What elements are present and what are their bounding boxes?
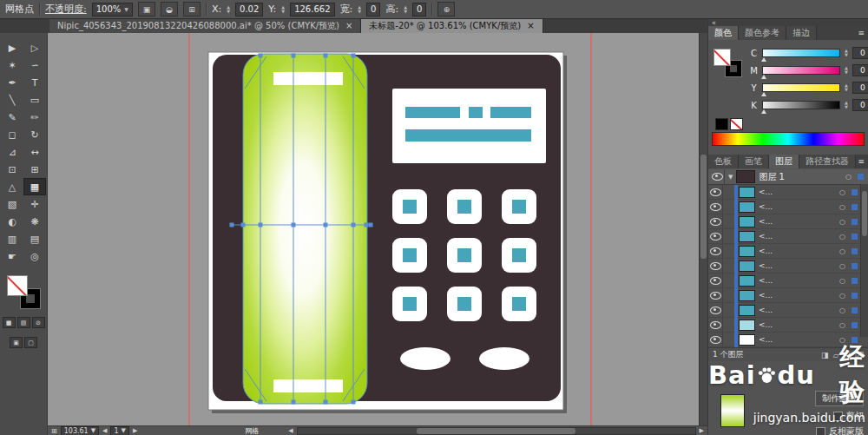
height-stepper[interactable]: ▲▼ bbox=[404, 5, 407, 14]
tab-brushes[interactable]: 画笔 bbox=[739, 155, 769, 168]
layer-row[interactable]: <...○ bbox=[708, 288, 868, 303]
rectangle-tool[interactable]: ▭ bbox=[23, 91, 46, 109]
visibility-toggle[interactable] bbox=[708, 214, 723, 228]
color-spectrum-bar[interactable] bbox=[712, 132, 865, 146]
type-tool[interactable]: T bbox=[23, 74, 46, 91]
magenta-stepper[interactable]: ▲▼ bbox=[845, 66, 848, 75]
symbol-sprayer-tool[interactable]: ❋ bbox=[23, 213, 46, 230]
fill-swatch[interactable] bbox=[713, 49, 731, 66]
oval-button-right[interactable] bbox=[479, 347, 529, 370]
layer-row[interactable]: <...○ bbox=[708, 185, 868, 200]
close-icon[interactable]: × bbox=[345, 22, 352, 30]
black-slider[interactable] bbox=[762, 101, 840, 109]
target-circle-icon[interactable]: ○ bbox=[839, 203, 845, 211]
paintbrush-tool[interactable]: ✎ bbox=[1, 109, 23, 126]
selection-indicator[interactable] bbox=[858, 174, 864, 180]
tab-color[interactable]: 颜色 bbox=[708, 26, 739, 40]
magenta-slider[interactable] bbox=[762, 66, 840, 75]
draw-normal-button[interactable]: ▣ bbox=[10, 337, 23, 348]
y-stepper[interactable]: ▲▼ bbox=[281, 5, 285, 14]
canvas-artwork[interactable] bbox=[48, 33, 700, 425]
layer-group-row[interactable]: ▼ 图层 1 ○ bbox=[708, 169, 868, 185]
fill-swatch[interactable] bbox=[7, 275, 28, 296]
magenta-value-field[interactable]: 0 bbox=[852, 64, 868, 76]
hand-tool[interactable]: ☛ bbox=[1, 247, 23, 265]
screen-text-bar[interactable] bbox=[405, 107, 460, 118]
clip-checkbox[interactable] bbox=[833, 412, 843, 421]
layer-row[interactable]: <...○ bbox=[708, 303, 868, 318]
slider-knob[interactable] bbox=[761, 57, 766, 62]
layer-row[interactable]: <...○ bbox=[708, 200, 868, 214]
selection-indicator[interactable] bbox=[852, 293, 858, 299]
tab-swatches[interactable]: 色板 bbox=[708, 155, 739, 168]
yellow-value-field[interactable]: 0 bbox=[852, 82, 868, 94]
vertical-scrollbar-thumb[interactable] bbox=[700, 155, 707, 259]
slider-knob[interactable] bbox=[761, 75, 766, 79]
screen-text-bar[interactable] bbox=[490, 107, 531, 118]
width-tool[interactable]: ↔ bbox=[23, 143, 46, 161]
handset-speaker-bar[interactable] bbox=[273, 72, 343, 85]
selection-indicator[interactable] bbox=[852, 189, 858, 195]
target-circle-icon[interactable]: ○ bbox=[839, 188, 845, 196]
visibility-toggle[interactable] bbox=[708, 229, 723, 243]
target-circle-icon[interactable]: ○ bbox=[839, 262, 845, 270]
document-tab-nipic[interactable]: Nipic_4056343_20190813220426088000.ai* @… bbox=[49, 19, 361, 33]
layer-row[interactable]: <...○ bbox=[708, 274, 868, 288]
handset-shape[interactable] bbox=[243, 54, 367, 404]
visibility-toggle[interactable] bbox=[710, 169, 725, 184]
yellow-slider[interactable] bbox=[762, 83, 840, 92]
target-circle-icon[interactable]: ○ bbox=[845, 173, 852, 181]
pencil-tool[interactable]: ✏ bbox=[23, 109, 46, 126]
graph-style-icon[interactable]: ▣ bbox=[138, 2, 155, 16]
visibility-toggle[interactable] bbox=[708, 274, 723, 287]
target-circle-icon[interactable]: ○ bbox=[839, 306, 845, 314]
visibility-toggle[interactable] bbox=[708, 303, 723, 317]
layer-name[interactable]: 图层 1 bbox=[759, 171, 785, 183]
artboard-nav-dropdown[interactable]: 1 ▼ bbox=[110, 426, 128, 435]
visibility-toggle[interactable] bbox=[708, 333, 723, 346]
target-circle-icon[interactable]: ○ bbox=[839, 336, 845, 344]
blend-tool[interactable]: ◐ bbox=[1, 213, 23, 230]
opacity-dropdown[interactable]: 100% ▼ bbox=[92, 3, 133, 16]
zoom-tool[interactable]: ◎ bbox=[23, 247, 46, 265]
horizontal-scrollbar-thumb[interactable] bbox=[417, 428, 575, 434]
scroll-right-icon[interactable]: ▶ bbox=[700, 427, 704, 434]
x-field[interactable]: 0.02 bbox=[235, 3, 263, 16]
line-segment-tool[interactable]: ╲ bbox=[1, 91, 23, 109]
layer-row[interactable]: <...○ bbox=[708, 333, 868, 347]
eraser-tool[interactable]: ◻ bbox=[1, 126, 23, 143]
artboard-tool[interactable]: ▤ bbox=[23, 230, 46, 247]
selection-indicator[interactable] bbox=[852, 307, 858, 313]
height-field[interactable]: 0 bbox=[412, 3, 426, 16]
magic-wand-tool[interactable]: ✶ bbox=[1, 56, 23, 74]
selection-indicator[interactable] bbox=[852, 322, 858, 328]
zoom-dropdown[interactable]: 103.61 ▼ bbox=[61, 426, 99, 435]
gradient-tool[interactable]: ▧ bbox=[1, 195, 23, 213]
selection-indicator[interactable] bbox=[852, 337, 858, 343]
visibility-toggle[interactable] bbox=[708, 259, 723, 273]
target-circle-icon[interactable]: ○ bbox=[839, 218, 845, 226]
layers-scrollbar[interactable] bbox=[860, 184, 868, 337]
layer-row[interactable]: <...○ bbox=[708, 318, 868, 333]
black-value-field[interactable]: 0 bbox=[852, 99, 868, 111]
layer-row[interactable]: <...○ bbox=[708, 229, 868, 244]
layer-row[interactable]: <...○ bbox=[708, 214, 868, 229]
color-mode-button[interactable]: ■ bbox=[3, 317, 16, 328]
free-transform-tool[interactable]: ⊡ bbox=[1, 161, 23, 178]
perspective-grid-tool[interactable]: △ bbox=[1, 178, 23, 195]
invert-mask-checkbox[interactable] bbox=[816, 427, 825, 435]
prev-artboard-icon[interactable]: ◀ bbox=[102, 427, 107, 434]
none-swatch[interactable] bbox=[730, 118, 743, 130]
visibility-toggle[interactable] bbox=[708, 185, 723, 199]
layers-scrollbar-thumb[interactable] bbox=[862, 191, 867, 236]
layer-row[interactable]: <...○ bbox=[708, 244, 868, 259]
gradient-preview-thumbnail[interactable] bbox=[720, 394, 745, 427]
visibility-toggle[interactable] bbox=[708, 200, 723, 214]
none-mode-button[interactable]: ⊘ bbox=[32, 317, 45, 328]
target-circle-icon[interactable]: ○ bbox=[839, 247, 845, 255]
phone-screen[interactable] bbox=[392, 89, 546, 163]
selection-indicator[interactable] bbox=[852, 219, 858, 225]
recolor-artwork-icon[interactable]: ◒ bbox=[161, 2, 178, 16]
panel-menu-icon[interactable]: ≡ bbox=[858, 157, 865, 166]
visibility-toggle[interactable] bbox=[708, 318, 723, 332]
